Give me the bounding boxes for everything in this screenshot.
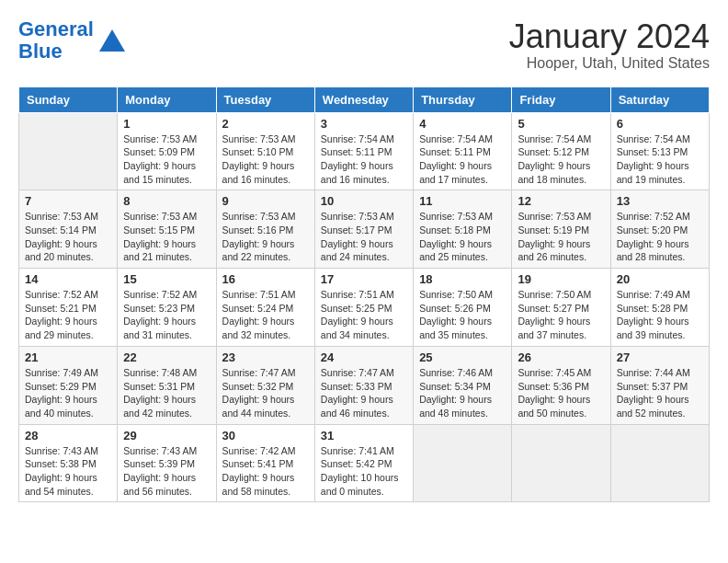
day-info: Sunrise: 7:43 AMSunset: 5:38 PMDaylight:… — [25, 444, 111, 499]
day-info: Sunrise: 7:53 AMSunset: 5:15 PMDaylight:… — [123, 210, 210, 264]
calendar-cell: 7Sunrise: 7:53 AMSunset: 5:14 PMDaylight… — [19, 190, 118, 269]
calendar-cell: 8Sunrise: 7:53 AMSunset: 5:15 PMDaylight… — [118, 190, 216, 269]
day-number: 21 — [25, 350, 111, 364]
header-cell-wednesday: Wednesday — [314, 86, 413, 112]
day-info: Sunrise: 7:44 AMSunset: 5:37 PMDaylight:… — [617, 366, 703, 420]
calendar-cell — [610, 424, 709, 502]
day-info: Sunrise: 7:54 AMSunset: 5:13 PMDaylight:… — [617, 132, 703, 187]
day-info: Sunrise: 7:52 AMSunset: 5:21 PMDaylight:… — [25, 288, 111, 342]
header-cell-friday: Friday — [512, 86, 610, 112]
day-number: 3 — [321, 117, 407, 131]
calendar-cell: 13Sunrise: 7:52 AMSunset: 5:20 PMDayligh… — [610, 190, 709, 269]
calendar-cell: 2Sunrise: 7:53 AMSunset: 5:10 PMDaylight… — [216, 112, 314, 190]
day-number: 23 — [222, 350, 309, 364]
day-info: Sunrise: 7:47 AMSunset: 5:32 PMDaylight:… — [222, 366, 309, 420]
day-info: Sunrise: 7:50 AMSunset: 5:27 PMDaylight:… — [518, 288, 604, 342]
calendar-cell: 21Sunrise: 7:49 AMSunset: 5:29 PMDayligh… — [19, 346, 118, 424]
calendar-week-2: 14Sunrise: 7:52 AMSunset: 5:21 PMDayligh… — [19, 269, 710, 347]
calendar-cell: 10Sunrise: 7:53 AMSunset: 5:17 PMDayligh… — [314, 190, 413, 269]
day-info: Sunrise: 7:51 AMSunset: 5:24 PMDaylight:… — [222, 288, 309, 342]
calendar-week-0: 1Sunrise: 7:53 AMSunset: 5:09 PMDaylight… — [19, 112, 710, 190]
calendar-cell: 26Sunrise: 7:45 AMSunset: 5:36 PMDayligh… — [512, 346, 610, 424]
day-number: 10 — [321, 194, 407, 208]
day-number: 31 — [321, 429, 407, 442]
day-number: 1 — [123, 117, 210, 131]
calendar-body: 1Sunrise: 7:53 AMSunset: 5:09 PMDaylight… — [19, 112, 710, 502]
location-subtitle: Hooper, Utah, United States — [509, 55, 710, 72]
day-info: Sunrise: 7:49 AMSunset: 5:29 PMDaylight:… — [25, 366, 111, 420]
day-number: 2 — [222, 117, 309, 131]
day-info: Sunrise: 7:50 AMSunset: 5:26 PMDaylight:… — [419, 288, 506, 342]
calendar-cell: 12Sunrise: 7:53 AMSunset: 5:19 PMDayligh… — [512, 190, 610, 269]
day-number: 9 — [222, 194, 309, 208]
day-info: Sunrise: 7:53 AMSunset: 5:18 PMDaylight:… — [419, 210, 506, 264]
day-number: 29 — [123, 429, 210, 442]
calendar-cell: 27Sunrise: 7:44 AMSunset: 5:37 PMDayligh… — [610, 346, 709, 424]
day-number: 15 — [123, 272, 210, 286]
logo-icon — [97, 26, 127, 55]
day-number: 20 — [617, 272, 703, 286]
day-info: Sunrise: 7:53 AMSunset: 5:14 PMDaylight:… — [25, 210, 111, 264]
header-cell-saturday: Saturday — [610, 86, 709, 112]
calendar-cell: 9Sunrise: 7:53 AMSunset: 5:16 PMDaylight… — [216, 190, 314, 269]
day-number: 24 — [321, 350, 407, 364]
day-number: 28 — [25, 429, 111, 442]
title-block: January 2024 Hooper, Utah, United States — [509, 18, 710, 72]
day-number: 11 — [419, 194, 506, 208]
day-info: Sunrise: 7:47 AMSunset: 5:33 PMDaylight:… — [321, 366, 407, 420]
header-row: SundayMondayTuesdayWednesdayThursdayFrid… — [19, 86, 710, 112]
day-number: 30 — [222, 429, 309, 442]
day-number: 19 — [518, 272, 604, 286]
calendar-cell: 4Sunrise: 7:54 AMSunset: 5:11 PMDaylight… — [414, 112, 512, 190]
calendar-cell: 31Sunrise: 7:41 AMSunset: 5:42 PMDayligh… — [314, 424, 413, 502]
day-info: Sunrise: 7:46 AMSunset: 5:34 PMDaylight:… — [419, 366, 506, 420]
day-info: Sunrise: 7:42 AMSunset: 5:41 PMDaylight:… — [222, 444, 309, 499]
day-info: Sunrise: 7:48 AMSunset: 5:31 PMDaylight:… — [123, 366, 210, 420]
day-number: 7 — [25, 194, 111, 208]
svg-marker-0 — [99, 29, 125, 52]
calendar-cell: 30Sunrise: 7:42 AMSunset: 5:41 PMDayligh… — [216, 424, 314, 502]
day-number: 8 — [123, 194, 210, 208]
page-header: General Blue January 2024 Hooper, Utah, … — [18, 18, 710, 72]
calendar-cell: 15Sunrise: 7:52 AMSunset: 5:23 PMDayligh… — [118, 269, 216, 347]
calendar-cell: 24Sunrise: 7:47 AMSunset: 5:33 PMDayligh… — [314, 346, 413, 424]
day-info: Sunrise: 7:53 AMSunset: 5:16 PMDaylight:… — [222, 210, 309, 264]
day-number: 16 — [222, 272, 309, 286]
day-info: Sunrise: 7:49 AMSunset: 5:28 PMDaylight:… — [617, 288, 703, 342]
header-cell-thursday: Thursday — [414, 86, 512, 112]
calendar-cell — [19, 112, 118, 190]
day-number: 6 — [617, 117, 703, 131]
calendar-cell: 3Sunrise: 7:54 AMSunset: 5:11 PMDaylight… — [314, 112, 413, 190]
calendar-week-3: 21Sunrise: 7:49 AMSunset: 5:29 PMDayligh… — [19, 346, 710, 424]
day-info: Sunrise: 7:54 AMSunset: 5:11 PMDaylight:… — [419, 132, 506, 187]
day-number: 13 — [617, 194, 703, 208]
day-info: Sunrise: 7:43 AMSunset: 5:39 PMDaylight:… — [123, 444, 210, 499]
header-cell-monday: Monday — [118, 86, 216, 112]
day-info: Sunrise: 7:51 AMSunset: 5:25 PMDaylight:… — [321, 288, 407, 342]
calendar-header: SundayMondayTuesdayWednesdayThursdayFrid… — [19, 86, 710, 112]
day-info: Sunrise: 7:53 AMSunset: 5:19 PMDaylight:… — [518, 210, 604, 264]
calendar-cell: 16Sunrise: 7:51 AMSunset: 5:24 PMDayligh… — [216, 269, 314, 347]
day-info: Sunrise: 7:45 AMSunset: 5:36 PMDaylight:… — [518, 366, 604, 420]
calendar-cell: 11Sunrise: 7:53 AMSunset: 5:18 PMDayligh… — [414, 190, 512, 269]
calendar-week-4: 28Sunrise: 7:43 AMSunset: 5:38 PMDayligh… — [19, 424, 710, 502]
day-number: 18 — [419, 272, 506, 286]
calendar-cell: 1Sunrise: 7:53 AMSunset: 5:09 PMDaylight… — [118, 112, 216, 190]
day-info: Sunrise: 7:54 AMSunset: 5:12 PMDaylight:… — [518, 132, 604, 187]
day-number: 25 — [419, 350, 506, 364]
day-number: 4 — [419, 117, 506, 131]
calendar-week-1: 7Sunrise: 7:53 AMSunset: 5:14 PMDaylight… — [19, 190, 710, 269]
calendar-cell: 29Sunrise: 7:43 AMSunset: 5:39 PMDayligh… — [118, 424, 216, 502]
day-info: Sunrise: 7:52 AMSunset: 5:20 PMDaylight:… — [617, 210, 703, 264]
calendar-cell: 28Sunrise: 7:43 AMSunset: 5:38 PMDayligh… — [19, 424, 118, 502]
calendar-cell — [512, 424, 610, 502]
day-number: 17 — [321, 272, 407, 286]
logo: General Blue — [18, 18, 127, 63]
calendar-cell: 25Sunrise: 7:46 AMSunset: 5:34 PMDayligh… — [414, 346, 512, 424]
calendar-table: SundayMondayTuesdayWednesdayThursdayFrid… — [18, 86, 710, 503]
calendar-cell: 5Sunrise: 7:54 AMSunset: 5:12 PMDaylight… — [512, 112, 610, 190]
calendar-cell: 22Sunrise: 7:48 AMSunset: 5:31 PMDayligh… — [118, 346, 216, 424]
day-number: 27 — [617, 350, 703, 364]
day-number: 12 — [518, 194, 604, 208]
calendar-cell — [414, 424, 512, 502]
